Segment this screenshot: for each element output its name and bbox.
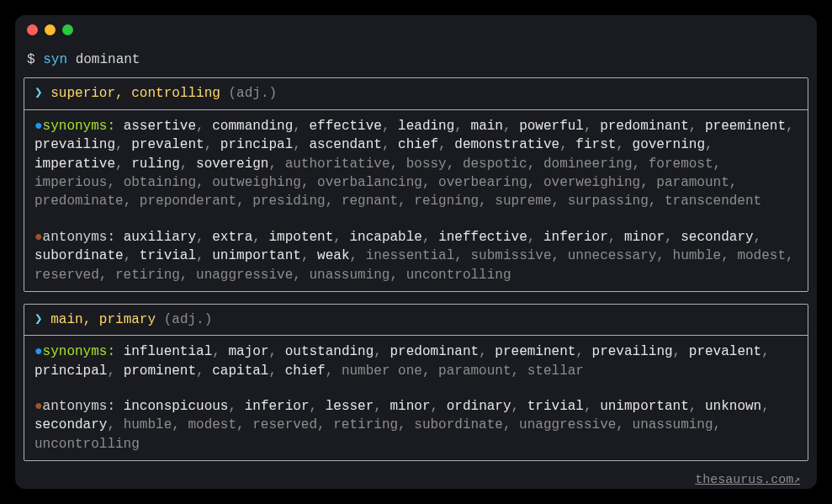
separator: , <box>268 344 284 359</box>
panel-header: ❯ main, primary (adj.) <box>24 305 808 336</box>
close-icon[interactable] <box>27 24 38 35</box>
word: auxiliary <box>124 230 196 245</box>
separator: , <box>252 230 268 245</box>
word: reserved <box>34 268 99 283</box>
terminal-content: $ syn dominant ❯ superior, controlling (… <box>15 44 817 489</box>
separator: , <box>786 119 794 134</box>
separator: , <box>584 399 600 414</box>
word: first <box>575 137 616 152</box>
separator: , <box>124 248 140 263</box>
word: humble <box>124 417 172 432</box>
separator: , <box>479 194 495 209</box>
panel-body: ●synonyms: assertive, commanding, effect… <box>24 110 808 291</box>
separator: , <box>236 194 252 209</box>
word: prominent <box>124 363 196 379</box>
part-of-speech: (adj.) <box>229 86 278 101</box>
separator: , <box>196 119 212 134</box>
separator: , <box>503 119 519 134</box>
separator: , <box>390 157 405 172</box>
word: submissive <box>471 248 552 263</box>
word: supreme <box>495 194 551 209</box>
separator: , <box>301 248 317 263</box>
separator: , <box>552 194 568 209</box>
word: bossy <box>406 157 447 172</box>
antonym-bullet-icon: ● <box>34 230 43 245</box>
separator: , <box>326 194 342 209</box>
command-arg: dominant <box>76 52 140 67</box>
word: chief <box>285 363 326 379</box>
separator: , <box>115 157 131 172</box>
separator: , <box>761 344 770 359</box>
word: capital <box>212 363 268 379</box>
separator: , <box>180 268 196 283</box>
separator: , <box>511 399 527 414</box>
separator: , <box>390 268 405 283</box>
word: unimportant <box>600 399 689 414</box>
prompt-symbol: $ <box>27 52 35 67</box>
word: ordinary <box>447 399 511 414</box>
word: subordinate <box>414 417 503 432</box>
separator: , <box>713 157 722 172</box>
separator: , <box>398 417 414 432</box>
word: retiring <box>115 268 180 283</box>
separator: , <box>479 344 495 359</box>
word: authoritative <box>285 157 390 172</box>
separator: , <box>107 363 123 379</box>
word: retiring <box>333 417 398 432</box>
separator: , <box>447 157 463 172</box>
titlebar <box>15 15 817 44</box>
word: unnecessary <box>568 248 657 263</box>
word: chief <box>398 137 438 152</box>
separator: , <box>115 137 131 152</box>
source-link[interactable]: thesaurus.com↗ <box>24 473 808 489</box>
source-label: thesaurus.com <box>695 473 793 487</box>
minimize-icon[interactable] <box>45 24 56 35</box>
separator: , <box>309 399 325 414</box>
external-link-icon: ↗ <box>793 474 800 486</box>
separator: , <box>382 119 398 134</box>
word: obtaining <box>124 175 196 190</box>
word: modest <box>737 248 786 263</box>
word: preeminent <box>705 119 786 134</box>
sense-definition: main, primary <box>50 312 156 327</box>
word: humble <box>673 248 722 263</box>
separator: , <box>212 344 228 359</box>
word: minor <box>624 230 665 245</box>
panel-body: ●synonyms: influential, major, outstandi… <box>24 336 808 460</box>
separator: , <box>640 175 656 190</box>
word: preponderant <box>140 194 236 209</box>
word: imperious <box>34 175 107 190</box>
separator: , <box>196 230 212 245</box>
word: unknown <box>705 399 761 414</box>
sense-definition: superior, controlling <box>50 86 220 101</box>
word: lesser <box>326 399 374 414</box>
separator: , <box>616 137 632 152</box>
panel-header: ❯ superior, controlling (adj.) <box>24 78 808 109</box>
part-of-speech: (adj.) <box>164 312 213 327</box>
word: minor <box>390 399 431 414</box>
word: sovereign <box>196 157 268 172</box>
word: prevalent <box>689 344 761 359</box>
separator: , <box>729 175 738 190</box>
separator: , <box>374 399 390 414</box>
separator: , <box>326 363 342 379</box>
separator: , <box>196 363 212 379</box>
separator: , <box>527 157 543 172</box>
word: main <box>471 119 503 134</box>
separator: , <box>786 248 794 263</box>
separator: , <box>761 399 770 414</box>
separator: , <box>649 194 665 209</box>
separator: , <box>454 119 470 134</box>
separator: , <box>616 417 632 432</box>
separator: , <box>422 230 438 245</box>
separator: , <box>268 363 284 379</box>
synonyms-label: synonyms: <box>43 119 115 134</box>
separator: , <box>301 175 317 190</box>
word: commanding <box>212 119 293 134</box>
word: ascendant <box>309 137 381 152</box>
maximize-icon[interactable] <box>62 24 73 35</box>
word: ineffective <box>438 230 527 245</box>
word: extra <box>212 230 252 245</box>
separator: , <box>689 399 705 414</box>
separator: , <box>584 119 600 134</box>
